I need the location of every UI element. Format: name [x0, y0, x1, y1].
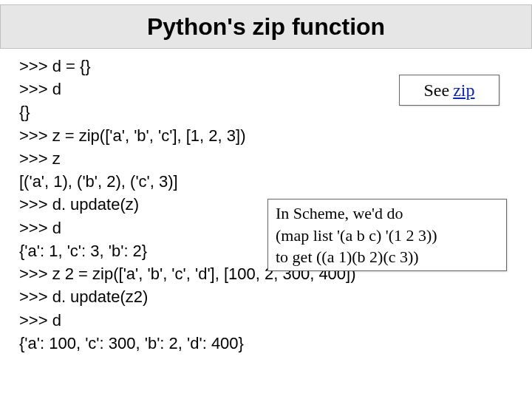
code-line: >>> d — [19, 309, 513, 332]
see-zip-callout: See zip — [399, 75, 499, 106]
code-line: >>> z = zip(['a', 'b', 'c'], [1, 2, 3]) — [19, 124, 513, 147]
scheme-line: (map list '(a b c) '(1 2 3)) — [276, 225, 499, 247]
see-zip-prefix: See — [424, 81, 450, 100]
scheme-line: In Scheme, we'd do — [276, 202, 499, 225]
slide-title: Python's zip function — [147, 13, 385, 41]
title-bar: Python's zip function — [0, 4, 532, 49]
code-line: >>> d. update(z2) — [19, 285, 513, 308]
code-line: >>> z — [19, 147, 513, 170]
zip-link[interactable]: zip — [453, 81, 474, 100]
code-line: [('a', 1), ('b', 2), ('c', 3)] — [19, 170, 513, 193]
scheme-line: to get ((a 1)(b 2)(c 3)) — [276, 246, 499, 268]
scheme-callout: In Scheme, we'd do (map list '(a b c) '(… — [267, 199, 507, 271]
code-line: {'a': 100, 'c': 300, 'b': 2, 'd': 400} — [19, 332, 513, 355]
